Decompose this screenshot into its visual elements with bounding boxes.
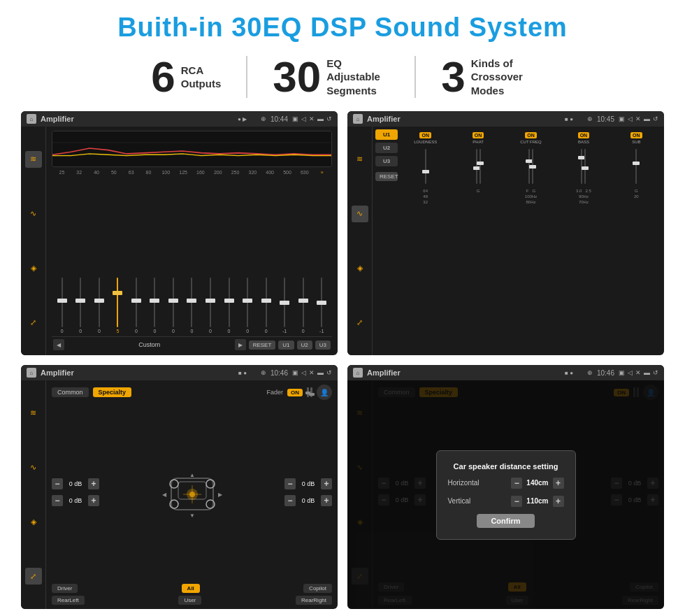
fader-on-pill[interactable]: ON xyxy=(287,389,303,396)
eq-slider-6[interactable]: 0 xyxy=(164,278,182,334)
dialog-back-icon[interactable]: ↺ xyxy=(653,369,658,376)
eq-slider-13[interactable]: 0 xyxy=(294,278,312,334)
eq-slider-1[interactable]: 0 xyxy=(72,278,90,334)
eq-slider-11[interactable]: 0 xyxy=(257,278,275,334)
eq-prev-btn[interactable]: ◀ xyxy=(53,339,64,350)
eq-status-icons: ▣ ◁ ✕ ▬ ↺ xyxy=(292,115,332,122)
dialog-vertical-plus[interactable]: + xyxy=(553,496,564,507)
fader-topright-minus[interactable]: − xyxy=(284,478,296,489)
eq-sidebar-eq-icon[interactable]: ≋ xyxy=(25,151,42,168)
fader-topleft-plus[interactable]: + xyxy=(88,478,99,489)
dialog-x-icon: ✕ xyxy=(635,369,641,376)
loudness-on[interactable]: ON xyxy=(419,132,431,138)
fader-profile-icon[interactable]: 👤 xyxy=(317,385,332,400)
freq-125: 125 xyxy=(175,170,192,175)
crossover-home-icon[interactable]: ⌂ xyxy=(353,114,363,124)
eq-reset-btn[interactable]: RESET xyxy=(249,341,276,350)
eq-time: 10:44 xyxy=(271,115,288,123)
fader-sidebar-arrows-icon[interactable]: ⤢ xyxy=(25,568,42,585)
eq-slider-8[interactable]: 0 xyxy=(201,278,219,334)
eq-home-icon[interactable] xyxy=(27,114,36,124)
crossover-u1-btn[interactable]: U1 xyxy=(375,129,398,140)
fader-specialty-btn[interactable]: Specialty xyxy=(93,387,132,397)
dialog-confirm-button[interactable]: Confirm xyxy=(477,514,534,528)
cutfreq-on[interactable]: ON xyxy=(525,132,537,138)
crossover-reset-btn[interactable]: RESET xyxy=(375,172,398,181)
eq-slider-0[interactable]: 0 xyxy=(53,278,71,334)
eq-u1-btn[interactable]: U1 xyxy=(278,341,294,350)
eq-sidebar-wave-icon[interactable]: ∿ xyxy=(25,206,42,222)
crossover-sidebar-arrows-icon[interactable]: ⤢ xyxy=(352,314,368,331)
fader-copilot-btn[interactable]: Copilot xyxy=(303,584,332,593)
eq-sidebar-speaker-icon[interactable]: ◈ xyxy=(25,259,42,276)
fader-sidebar-speaker-icon[interactable]: ◈ xyxy=(25,513,42,530)
fader-user-btn[interactable]: User xyxy=(178,596,201,605)
crossover-sidebar-speaker-icon[interactable]: ◈ xyxy=(352,259,368,276)
fader-topright-row: − 0 dB + xyxy=(284,478,332,489)
fader-home-icon[interactable]: ⌂ xyxy=(27,368,36,378)
eq-u2-btn[interactable]: U2 xyxy=(297,341,312,350)
freq-630: 630 xyxy=(296,170,313,175)
dialog-vertical-value: 110cm xyxy=(526,497,548,505)
sub-on[interactable]: ON xyxy=(630,132,642,138)
fader-rearleft-btn[interactable]: RearLeft xyxy=(52,596,85,605)
eq-next-btn[interactable]: ▶ xyxy=(235,339,246,350)
dialog-horizontal-plus[interactable]: + xyxy=(553,478,564,489)
bass-vals: 3.0 2.5 xyxy=(576,189,591,193)
dialog-horizontal-minus[interactable]: − xyxy=(511,478,522,489)
fader-driver-btn[interactable]: Driver xyxy=(52,584,78,593)
fader-status-dots: ■ ● xyxy=(238,370,247,376)
eq-u3-btn[interactable]: U3 xyxy=(315,341,331,350)
bass-on[interactable]: ON xyxy=(578,132,590,138)
eq-slider-10[interactable]: 0 xyxy=(238,278,257,334)
channel-bass: ON BASS xyxy=(558,132,608,204)
fader-common-btn[interactable]: Common xyxy=(52,387,89,397)
fader-bottomright-row: − 0 dB + xyxy=(284,495,332,506)
stats-row: 6 RCAOutputs 30 EQ AdjustableSegments 3 … xyxy=(21,55,664,99)
crossover-sidebar-eq-icon[interactable]: ≋ xyxy=(352,151,368,168)
sub-sliders xyxy=(635,145,637,187)
fader-all-btn[interactable]: All xyxy=(182,584,200,593)
eq-slider-3[interactable]: 5 xyxy=(109,278,127,334)
fader-bottomright-minus[interactable]: − xyxy=(284,495,296,506)
fader-sidebar-wave-icon[interactable]: ∿ xyxy=(25,459,42,476)
dialog-pin-icon: ⊕ xyxy=(587,369,593,376)
fader-rearright-btn[interactable]: RearRight xyxy=(296,596,332,605)
crossover-back-icon[interactable]: ↺ xyxy=(653,115,658,122)
dialog-home-icon[interactable]: ⌂ xyxy=(353,368,363,378)
eq-pin-icon xyxy=(261,115,266,122)
fader-topleft-minus[interactable]: − xyxy=(52,478,63,489)
freq-25: 25 xyxy=(53,170,71,175)
fader-status-bar: ⌂ Amplifier ■ ● ⊕ 10:46 ▣ ◁ ✕ ▬ ↺ xyxy=(21,365,338,380)
fader-x-icon: ✕ xyxy=(309,369,315,376)
eq-slider-4[interactable]: 0 xyxy=(127,278,145,334)
dialog-horizontal-value: 140cm xyxy=(526,479,548,487)
eq-slider-7[interactable]: 0 xyxy=(183,278,201,334)
svg-text:▲: ▲ xyxy=(189,472,195,478)
fader-sidebar-eq-icon[interactable]: ≋ xyxy=(25,405,42,422)
fader-bottomleft-minus[interactable]: − xyxy=(52,495,63,506)
eq-slider-2[interactable]: 0 xyxy=(90,278,108,334)
phat-g: G xyxy=(477,189,480,193)
crossover-u3-btn[interactable]: U3 xyxy=(375,156,398,166)
eq-back-icon[interactable]: ↺ xyxy=(326,115,332,122)
fader-back-icon[interactable]: ↺ xyxy=(326,369,332,376)
eq-slider-12[interactable]: -1 xyxy=(275,278,294,334)
crossover-sidebar-wave-icon[interactable]: ∿ xyxy=(352,206,368,222)
phat-on[interactable]: ON xyxy=(473,132,484,138)
crossover-time: 10:45 xyxy=(597,115,614,123)
eq-app-title: Amplifier xyxy=(41,115,233,123)
dialog-vertical-minus[interactable]: − xyxy=(511,496,522,507)
fader-topright-plus[interactable]: + xyxy=(321,478,332,489)
fader-sliders-mini xyxy=(307,387,312,397)
eq-sidebar-arrows-icon[interactable]: ⤢ xyxy=(25,314,42,331)
freq-32: 32 xyxy=(71,170,88,175)
eq-slider-14[interactable]: -1 xyxy=(312,278,331,334)
crossover-u2-btn[interactable]: U2 xyxy=(375,143,398,153)
fader-bottomright-plus[interactable]: + xyxy=(321,495,332,506)
eq-slider-9[interactable]: 0 xyxy=(220,278,238,334)
fader-bottomleft-plus[interactable]: + xyxy=(88,495,99,506)
stat-rca: 6 RCAOutputs xyxy=(126,55,246,99)
crossover-status-bar: ⌂ Amplifier ■ ● ⊕ 10:45 ▣ ◁ ✕ ▬ ↺ xyxy=(347,111,664,127)
eq-slider-5[interactable]: 0 xyxy=(146,278,164,334)
